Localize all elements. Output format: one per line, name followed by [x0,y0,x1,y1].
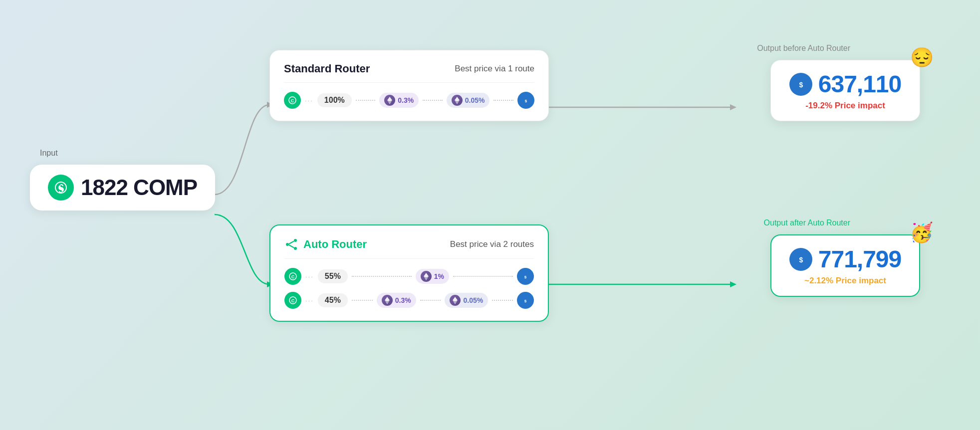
auto-fee1-route2: 0.3% [377,293,416,308]
svg-marker-3 [730,281,736,287]
comp-token-icon [48,175,74,201]
long-dots-7 [420,300,441,301]
output-after-box: $ 771,799 ~2.12% Price impact 🥳 [770,234,920,297]
auto-pct-1: 55% [318,269,348,283]
input-box: 1822 COMP [30,165,215,211]
svg-text:$: $ [799,256,803,264]
output-before-amount: $ 637,110 [786,70,905,98]
long-dots-8 [492,300,513,301]
svg-text:$: $ [524,275,527,279]
auto-fee2-route2-val: 0.05% [463,296,483,304]
comp-token-small-2: C [284,268,301,285]
long-dots-6 [352,300,373,301]
output-after-label: Output after Auto Router [764,218,850,227]
output-after-amount: $ 771,799 [786,245,904,273]
long-dots-2 [423,100,443,101]
scene: Input 1822 COMP Standard Router Best pri… [0,0,980,430]
svg-marker-2 [730,104,736,110]
svg-text:C: C [291,98,294,103]
svg-line-14 [289,241,294,244]
emoji-after: 🥳 [910,221,933,243]
long-dots-5 [453,276,513,277]
standard-router-title: Standard Router [284,62,370,75]
comp-token-small-3: C [284,292,301,309]
output-before-value: 637,110 [818,70,902,98]
svg-text:C: C [291,298,295,303]
svg-line-15 [289,245,294,248]
standard-fee1-val: 0.3% [398,96,414,104]
auto-fee1-route2-val: 0.3% [395,296,411,304]
standard-fee1: 0.3% [379,93,419,108]
output-before-price-impact: -19.2% Price impact [786,101,905,111]
long-dots-4 [352,276,412,277]
standard-pct: 100% [317,93,352,107]
auto-router-title: Auto Router [284,237,367,251]
svg-text:$: $ [525,99,527,103]
emoji-before: 😔 [910,46,934,68]
svg-text:C: C [291,274,295,279]
auto-router-icon [284,237,298,251]
usdc-large-icon-1: $ [789,73,812,96]
auto-router-title-text: Auto Router [303,238,367,251]
input-label: Input [40,149,58,158]
comp-token-small: C [284,92,301,109]
eth-icon-5 [450,295,461,306]
svg-point-11 [286,243,289,246]
output-before-box: $ 637,110 -19.2% Price impact 😔 [770,60,920,121]
input-amount: 1822 COMP [81,175,197,200]
usdc-icon-end-1: $ [517,92,534,109]
dots3: ··· [305,297,314,304]
svg-text:$: $ [524,299,527,303]
auto-fee1-route1-val: 1% [434,272,444,280]
auto-router-header: Auto Router Best price via 2 routes [284,237,534,259]
eth-icon-1 [384,95,395,106]
output-before-label: Output before Auto Router [757,44,850,53]
auto-route-row-1: C ··· 55% 1% $ [284,268,534,285]
long-dots-1 [356,100,376,101]
standard-route-row: C ··· 100% 0.3% 0.05% $ [284,92,534,109]
usdc-icon-end-2: $ [517,268,534,285]
standard-fee2: 0.05% [447,93,490,108]
output-after-value: 771,799 [818,245,902,273]
auto-fee1-route1: 1% [416,269,449,284]
long-dots-3 [493,100,513,101]
output-after-price-impact: ~2.12% Price impact [786,276,904,286]
comp-svg [53,180,68,195]
svg-text:$: $ [799,81,803,89]
standard-router-box: Standard Router Best price via 1 route C… [269,50,549,121]
auto-route-row-2: C ··· 45% 0.3% 0.05% $ [284,292,534,309]
eth-icon-2 [452,95,463,106]
dots2: ··· [305,273,314,280]
standard-router-best-price: Best price via 1 route [455,64,534,74]
eth-icon-4 [382,295,393,306]
eth-icon-3 [421,271,432,282]
svg-point-13 [294,247,297,250]
auto-pct-2: 45% [318,293,348,307]
usdc-icon-end-3: $ [517,292,534,309]
usdc-large-icon-2: $ [789,248,812,271]
auto-fee2-route2: 0.05% [445,293,488,308]
svg-point-12 [294,239,297,242]
auto-router-best-price: Best price via 2 routes [450,239,534,249]
dots1: ··· [305,97,313,104]
standard-fee2-val: 0.05% [465,96,485,104]
standard-router-header: Standard Router Best price via 1 route [284,62,534,83]
auto-router-box: Auto Router Best price via 2 routes C ··… [269,224,549,322]
